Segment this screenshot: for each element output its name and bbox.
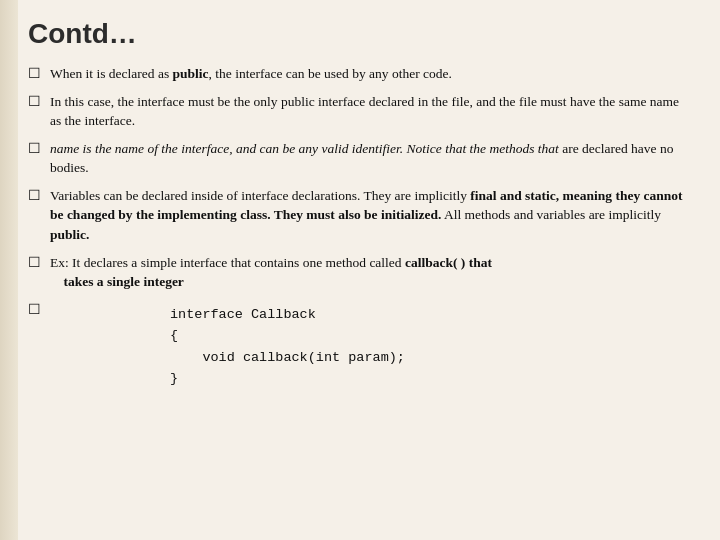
code-block: interface Callback { void callback(int p… <box>170 304 405 390</box>
bold-final: final and static, meaning they cannot be… <box>50 188 683 223</box>
bullet-text-1: When it is declared as public, the inter… <box>50 64 692 84</box>
slide: Contd… ☐ When it is declared as public, … <box>0 0 720 540</box>
bold-public2: public. <box>50 227 89 242</box>
bold-callback: callback( ) <box>405 255 465 270</box>
bullet-5: ☐ Ex: It declares a simple interface tha… <box>28 253 692 292</box>
code-line-2: { <box>170 325 405 347</box>
code-line-4: } <box>170 368 405 390</box>
bullet-2: ☐ In this case, the interface must be th… <box>28 92 692 131</box>
bold-public: public <box>173 66 209 81</box>
bullet-marker-1: ☐ <box>28 64 50 84</box>
bullet-marker-2: ☐ <box>28 92 50 112</box>
bullet-marker-5: ☐ <box>28 253 50 273</box>
bullet-marker-6: ☐ <box>28 300 50 320</box>
bullet-text-5: Ex: It declares a simple interface that … <box>50 253 692 292</box>
code-line-1: interface Callback <box>170 304 405 326</box>
bullet-4: ☐ Variables can be declared inside of in… <box>28 186 692 245</box>
bullet-marker-3: ☐ <box>28 139 50 159</box>
bullet-marker-4: ☐ <box>28 186 50 206</box>
slide-content: ☐ When it is declared as public, the int… <box>28 64 692 390</box>
bullet-6: ☐ interface Callback { void callback(int… <box>28 300 692 390</box>
bullet-text-2: In this case, the interface must be the … <box>50 92 692 131</box>
bullet-text-4: Variables can be declared inside of inte… <box>50 186 692 245</box>
bullet-text-3: name is the name of the interface, and c… <box>50 139 692 178</box>
bullet-1: ☐ When it is declared as public, the int… <box>28 64 692 84</box>
left-accent <box>0 0 18 540</box>
italic-name: name is the name of the interface, and c… <box>50 141 559 156</box>
slide-title: Contd… <box>28 18 692 50</box>
code-line-3: void callback(int param); <box>170 347 405 369</box>
bullet-3: ☐ name is the name of the interface, and… <box>28 139 692 178</box>
